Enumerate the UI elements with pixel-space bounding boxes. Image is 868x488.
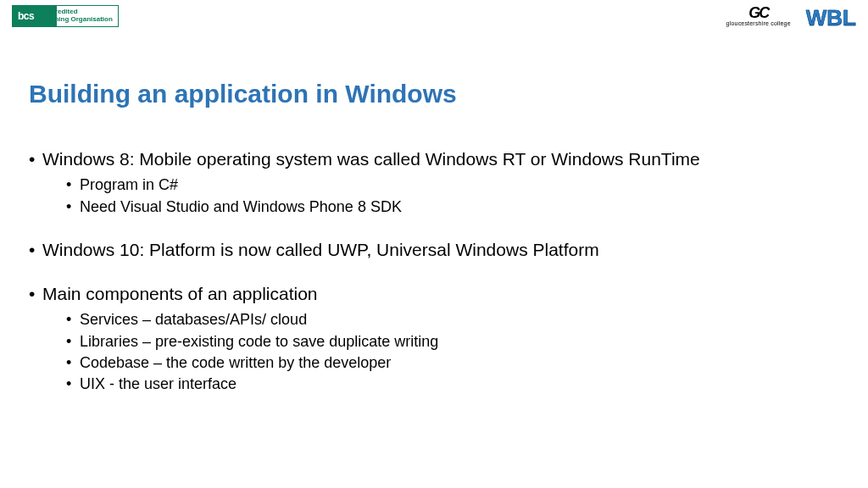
sub-bullet: UIX - the user interface [66, 374, 834, 395]
right-logo-group: GC gloucestershire college WBL [726, 5, 856, 31]
bullet-text: Windows 8: Mobile operating system was c… [42, 149, 700, 169]
sub-bullet: Libraries – pre-existing code to save du… [66, 331, 834, 352]
slide-title: Building an application in Windows [29, 80, 457, 108]
sub-bullet: Need Visual Studio and Windows Phone 8 S… [66, 197, 834, 218]
sub-list: Program in C# Need Visual Studio and Win… [42, 171, 834, 217]
bcs-accredited-text: Accredited Training Organisation [39, 8, 116, 24]
header-row: bcs Accredited Training Organisation GC … [0, 5, 868, 39]
gc-subtitle: gloucestershire college [726, 20, 791, 26]
bcs-line2: Training Organisation [42, 16, 113, 24]
sub-bullet: Services – databases/APIs/ cloud [66, 309, 834, 330]
gc-mark: GC [726, 5, 791, 20]
sub-bullet: Program in C# [66, 175, 834, 196]
slide-content: Windows 8: Mobile operating system was c… [29, 147, 834, 415]
bullet-item: Main components of an application Servic… [29, 282, 834, 395]
sub-list: Services – databases/APIs/ cloud Librari… [42, 306, 834, 395]
bullet-text: Main components of an application [42, 284, 318, 303]
bcs-badge: bcs Accredited Training Organisation [12, 5, 119, 27]
gc-logo: GC gloucestershire college [726, 5, 791, 26]
bullet-list: Windows 8: Mobile operating system was c… [29, 147, 834, 395]
bullet-item: Windows 8: Mobile operating system was c… [29, 147, 834, 218]
wbl-logo: WBL [806, 5, 856, 31]
bullet-item: Windows 10: Platform is now called UWP, … [29, 238, 834, 262]
bcs-logo-mark: bcs [13, 10, 39, 22]
sub-bullet: Codebase – the code written by the devel… [66, 352, 834, 374]
bullet-text: Windows 10: Platform is now called UWP, … [42, 240, 599, 259]
bcs-logo-group: bcs Accredited Training Organisation [12, 5, 119, 27]
